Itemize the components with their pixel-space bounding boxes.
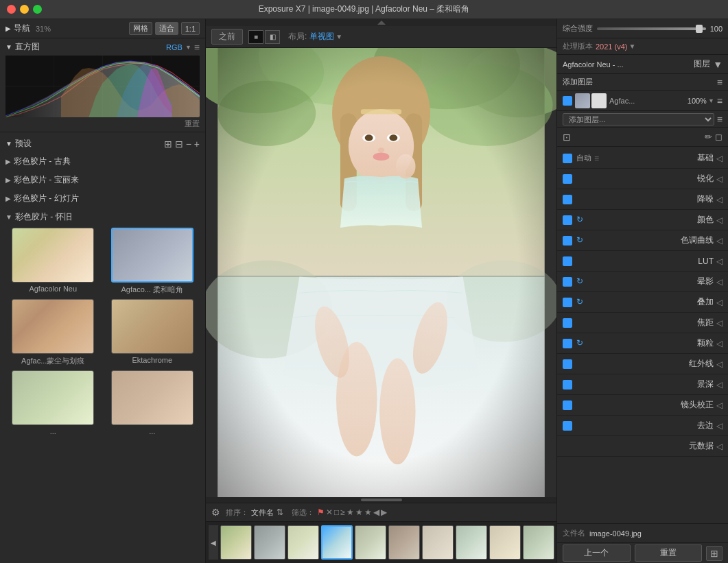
close-button[interactable] — [7, 5, 16, 14]
minimize-button[interactable] — [20, 5, 29, 14]
filmstrip-thumb-5[interactable] — [355, 525, 386, 560]
sort-value[interactable]: 文件名 — [251, 507, 274, 518]
filter-flag-btn[interactable]: ⚑ — [317, 507, 325, 517]
prev-button[interactable]: 上一个 — [563, 544, 631, 562]
maximize-button[interactable] — [33, 5, 42, 14]
layer-visibility-toggle[interactable] — [563, 96, 572, 106]
preset-item-agfacolor-dust[interactable]: Agfac...蒙尘与划痕 — [5, 299, 101, 366]
view-split-btn[interactable]: ◧ — [265, 30, 280, 44]
preset-item-agfacolor-neu[interactable]: Agfacolor Neu — [5, 228, 101, 295]
adj-toggle-defringe[interactable] — [563, 421, 572, 431]
version-value[interactable]: 2021 (v4) — [596, 43, 627, 51]
add-layer-row2-menu[interactable]: ≡ — [717, 114, 723, 125]
adj-toggle-focus[interactable] — [563, 318, 572, 328]
preset-item-ektachrome[interactable]: Ektachrome — [105, 299, 200, 366]
adj-item-defringe[interactable]: 去边 ◁ — [557, 416, 728, 436]
layout-value[interactable]: 单视图 — [309, 31, 334, 43]
filmstrip-thumb-1[interactable] — [220, 525, 252, 560]
adj-toggle-depthoffield[interactable] — [563, 380, 572, 390]
filmstrip-thumb-7[interactable] — [422, 525, 454, 560]
version-dropdown-arrow[interactable]: ▼ — [629, 43, 635, 50]
preset-group-slide-header[interactable]: ▶ 彩色胶片 - 幻灯片 — [0, 191, 205, 206]
filter-star1-btn[interactable]: ★ — [347, 507, 354, 517]
layer-opacity[interactable]: 100% — [688, 97, 707, 105]
adj-toggle-sharpen[interactable] — [563, 174, 572, 184]
preset-item-extra1[interactable]: ... — [5, 370, 101, 435]
reset-button[interactable]: 重置 — [635, 544, 703, 562]
histogram-reset[interactable]: 重置 — [185, 119, 200, 129]
filmstrip-settings-button[interactable]: ⚙ — [211, 507, 220, 518]
presets-collapse[interactable]: ⊟ — [175, 139, 183, 149]
histogram-menu[interactable]: ≡ — [194, 42, 200, 53]
adj-item-depthoffield[interactable]: 景深 ◁ — [557, 374, 728, 395]
adj-toggle-basic[interactable] — [563, 154, 572, 163]
nav-1to1-btn[interactable]: 1:1 — [181, 22, 200, 35]
filmstrip-thumb-3[interactable] — [287, 525, 319, 560]
presets-toggle[interactable]: ▼ — [5, 140, 12, 147]
adj-item-sharpen[interactable]: 锐化 ◁ — [557, 169, 728, 189]
adj-item-lenscorrection[interactable]: 镜头校正 ◁ — [557, 395, 728, 416]
histogram-mode[interactable]: RGB — [166, 43, 183, 51]
adj-item-grain[interactable]: ↻ 颗粒 ◁ — [557, 333, 728, 354]
adj-item-infrared[interactable]: 红外线 ◁ — [557, 354, 728, 374]
add-layer-select[interactable]: 添加图层... — [563, 113, 714, 125]
brush-button[interactable]: ✏ — [705, 132, 712, 142]
filter-star2-btn[interactable]: ★ — [355, 507, 363, 517]
layout-dropdown-arrow[interactable]: ▼ — [336, 33, 342, 40]
adj-item-denoise[interactable]: 降噪 ◁ — [557, 189, 728, 210]
adj-toggle-denoise[interactable] — [563, 195, 572, 204]
filmstrip-thumb-9[interactable] — [489, 525, 521, 560]
layers-menu-button[interactable]: ▼ — [713, 59, 723, 70]
adj-toggle-grain[interactable] — [563, 339, 572, 348]
layer-opacity-arrow[interactable]: ▼ — [708, 97, 714, 104]
adj-toggle-infrared[interactable] — [563, 359, 572, 369]
filmstrip-thumb-6[interactable] — [388, 525, 420, 560]
adj-toggle-lut[interactable] — [563, 256, 572, 266]
adj-item-tonecurve[interactable]: ↻ 色调曲线 ◁ — [557, 230, 728, 251]
adj-item-overlay[interactable]: ↻ 叠加 ◁ — [557, 292, 728, 313]
filter-gte-btn[interactable]: ≥ — [340, 507, 345, 517]
adj-toggle-overlay[interactable] — [563, 298, 572, 307]
filmstrip-thumb-4-selected[interactable] — [321, 525, 353, 560]
adj-item-color[interactable]: ↻ 颜色 ◁ — [557, 210, 728, 230]
adj-toggle-vignette[interactable] — [563, 277, 572, 287]
eraser-button[interactable]: ◻ — [715, 132, 723, 142]
histogram-mode-arrow[interactable]: ▼ — [185, 44, 191, 51]
adj-item-lut[interactable]: LUT ◁ — [557, 251, 728, 272]
filter-x-btn[interactable]: ✕ — [326, 507, 333, 517]
nav-fit-btn[interactable]: 适合 — [155, 22, 178, 35]
presets-plus[interactable]: + — [194, 139, 200, 149]
adj-item-basic[interactable]: 自动 ≡ 基础 ◁ — [557, 148, 728, 169]
adj-item-vignette[interactable]: ↻ 晕影 ◁ — [557, 272, 728, 292]
adj-toggle-tonecurve[interactable] — [563, 236, 572, 245]
filter-next-btn[interactable]: ▶ — [381, 507, 387, 517]
filmstrip-thumb-2[interactable] — [254, 525, 285, 560]
add-layer-menu-button[interactable]: ≡ — [717, 77, 723, 88]
adj-toggle-lenscorrection[interactable] — [563, 400, 572, 410]
before-button[interactable]: 之前 — [211, 29, 243, 45]
add-layer-button[interactable]: 添加图层 — [563, 77, 593, 87]
layer-options-button[interactable]: ≡ — [717, 95, 723, 106]
preset-group-classic-header[interactable]: ▶ 彩色胶片 - 古典 — [0, 154, 205, 169]
nav-grid-btn[interactable]: 网格 — [129, 22, 152, 35]
histogram-toggle[interactable]: ▼ — [5, 43, 12, 51]
nav-toggle[interactable]: ▶ — [5, 25, 11, 32]
view-black-btn[interactable]: ■ — [248, 30, 263, 44]
filter-star3-btn[interactable]: ★ — [364, 507, 372, 517]
preset-group-polaroid-header[interactable]: ▶ 彩色胶片 - 宝丽来 — [0, 172, 205, 188]
filter-prev-btn[interactable]: ◀ — [373, 507, 379, 517]
copy-button[interactable]: ⊞ — [706, 546, 723, 561]
filter-outline-btn[interactable]: □ — [334, 507, 339, 517]
intensity-slider[interactable] — [597, 27, 706, 30]
adj-item-focus[interactable]: 焦距 ◁ — [557, 313, 728, 333]
adj-toggle-color[interactable] — [563, 215, 572, 225]
preset-item-agfacolor-soft[interactable]: Agfaco... 柔和暗角 — [105, 228, 200, 295]
preset-group-retro-header[interactable]: ▼ 彩色胶片 - 怀旧 — [0, 209, 205, 225]
presets-grid-view[interactable]: ⊞ — [164, 139, 172, 149]
sort-direction-button[interactable]: ⇅ — [277, 507, 283, 517]
crop-button[interactable]: ⊡ — [563, 132, 571, 143]
filmstrip-scroll-left[interactable]: ◀ — [209, 525, 218, 560]
preset-item-extra2[interactable]: ... — [105, 370, 200, 435]
adj-item-metadata[interactable]: 元数据 ◁ — [557, 436, 728, 457]
adj-auto-label[interactable]: 自动 — [576, 153, 591, 163]
